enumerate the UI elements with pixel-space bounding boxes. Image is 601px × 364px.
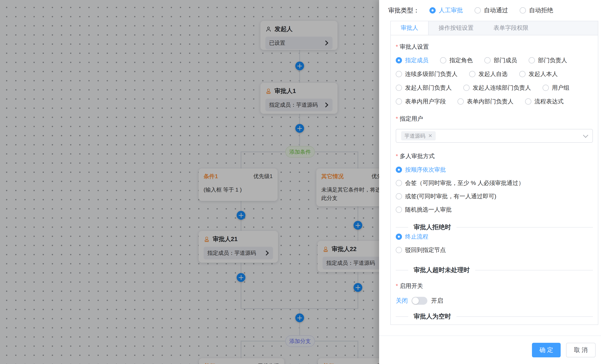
radio-random-one[interactable]: 随机挑选一人审批 <box>396 205 593 214</box>
enable-switch-label: *启用开关 <box>396 282 593 290</box>
approval-type-row: 审批类型： 人工审批 自动通过 自动拒绝 <box>379 0 601 15</box>
radio-dot-icon <box>519 71 526 77</box>
radio-initiator-dept-leader[interactable]: 发起人部门负责人 <box>396 84 452 92</box>
approval-type-label: 审批类型： <box>388 6 420 15</box>
timeout-toggle[interactable] <box>411 297 427 305</box>
radio-label: 指定成员 <box>405 56 428 64</box>
radio-user-group[interactable]: 用户组 <box>542 84 569 92</box>
flow-designer-screen: 发起人 已设置 审批人1 指定成员：芋道源码 添加条件 <box>0 0 601 364</box>
required-asterisk: * <box>396 115 398 122</box>
radio-multi-level-dept-leader[interactable]: 连续多级部门负责人 <box>396 70 458 78</box>
radio-label: 按顺序依次审批 <box>405 166 446 174</box>
radio-label: 表单内部门负责人 <box>467 98 513 105</box>
cancel-button[interactable]: 取 消 <box>566 343 596 357</box>
radio-label: 自动通过 <box>484 6 508 15</box>
radio-return-to-node[interactable]: 驳回到指定节点 <box>396 246 593 254</box>
radio-terminate-process[interactable]: 终止流程 <box>396 233 593 241</box>
radio-dot-icon <box>525 98 531 105</box>
radio-dot-icon <box>529 57 535 63</box>
radio-label: 或签(可同时审批，有一人通过即可) <box>405 192 496 200</box>
radio-orsign[interactable]: 或签(可同时审批，有一人通过即可) <box>396 192 593 201</box>
empty-section-title: 审批人为空时 <box>408 312 456 321</box>
radio-dot-icon <box>396 207 402 213</box>
radio-label: 会签（可同时审批，至少 % 人必须审批通过） <box>405 179 524 187</box>
assigned-user-label: *指定用户 <box>396 115 593 123</box>
assigned-user-select[interactable]: 芋道源码 ✕ <box>396 129 593 143</box>
radio-form-dept-leader[interactable]: 表单内部门负责人 <box>458 98 513 105</box>
radio-dot-icon <box>475 7 481 13</box>
approver-option-row: 连续多级部门负责人 发起人自选 发起人本人 <box>396 70 593 78</box>
tab-action-buttons[interactable]: 操作按钮设置 <box>429 21 483 35</box>
radio-auto-reject[interactable]: 自动拒绝 <box>520 6 553 15</box>
radio-label: 发起人连续部门负责人 <box>473 84 531 92</box>
radio-initiator-self[interactable]: 发起人本人 <box>519 70 558 78</box>
switch-on-label: 开启 <box>431 297 443 305</box>
radio-dot-icon <box>458 98 464 105</box>
radio-dot-icon <box>396 180 402 186</box>
radio-specified-role[interactable]: 指定角色 <box>440 56 473 64</box>
reject-options: 终止流程 驳回到指定节点 <box>396 233 593 254</box>
required-asterisk: * <box>396 153 398 159</box>
radio-initiator-multi-dept-leader[interactable]: 发起人连续部门负责人 <box>463 84 531 92</box>
radio-dot-icon <box>396 193 402 200</box>
radio-dot-icon <box>396 233 402 240</box>
radio-dot-icon <box>396 167 402 173</box>
radio-dot-icon <box>463 85 470 91</box>
radio-auto-approve[interactable]: 自动通过 <box>475 6 508 15</box>
tabs-header: 审批人 操作按钮设置 表单字段权限 <box>391 21 598 35</box>
user-tag-label: 芋道源码 <box>404 132 425 139</box>
radio-dot-icon <box>396 85 402 91</box>
radio-label: 流程表达式 <box>534 98 564 105</box>
switch-off-label: 关闭 <box>396 297 408 305</box>
empty-section-divider: 审批人为空时 <box>396 316 593 317</box>
timeout-switch-row: 关闭 开启 <box>396 296 593 305</box>
timeout-section-divider: 审批人超时未处理时 <box>396 270 593 270</box>
approver-setting-label: *审批人设置 <box>396 43 593 51</box>
radio-label: 指定角色 <box>449 56 473 64</box>
approver-option-row: 指定成员 指定角色 部门成员 部门负责人 <box>396 56 593 64</box>
radio-label: 发起人部门负责人 <box>405 84 452 92</box>
radio-dept-member[interactable]: 部门成员 <box>484 56 517 64</box>
radio-label: 发起人本人 <box>529 70 558 78</box>
radio-dot-icon <box>484 57 491 63</box>
radio-dot-icon <box>396 57 402 63</box>
chevron-down-icon <box>583 132 588 138</box>
multi-approve-options: 按顺序依次审批 会签（可同时审批，至少 % 人必须审批通过） 或签(可同时审批，… <box>396 166 593 214</box>
radio-label: 终止流程 <box>405 233 428 241</box>
radio-label: 用户组 <box>552 84 569 92</box>
radio-label: 人工审批 <box>439 6 463 15</box>
radio-countersign[interactable]: 会签（可同时审批，至少 % 人必须审批通过） <box>396 179 593 187</box>
tab-approver[interactable]: 审批人 <box>391 21 429 35</box>
reject-section-divider: 审批人拒绝时 <box>396 227 593 228</box>
radio-dot-icon <box>469 71 475 77</box>
radio-specified-member[interactable]: 指定成员 <box>396 56 428 64</box>
multi-approve-label: *多人审批方式 <box>396 152 593 160</box>
approver-option-row: 发起人部门负责人 发起人连续部门负责人 用户组 <box>396 84 593 92</box>
radio-initiator-choose[interactable]: 发起人自选 <box>469 70 508 78</box>
radio-dept-leader[interactable]: 部门负责人 <box>529 56 567 64</box>
radio-manual-approval[interactable]: 人工审批 <box>430 6 463 15</box>
radio-label: 部门成员 <box>494 56 517 64</box>
radio-dot-icon <box>520 7 526 13</box>
tag-remove-icon[interactable]: ✕ <box>428 133 432 139</box>
radio-dot-icon <box>440 57 446 63</box>
approver-option-row: 表单内用户字段 表单内部门负责人 流程表达式 <box>396 97 593 106</box>
radio-dot-icon <box>396 247 402 253</box>
drawer-footer: 确 定 取 消 <box>379 335 601 364</box>
user-tag: 芋道源码 ✕ <box>401 131 436 140</box>
radio-label: 发起人自选 <box>479 70 508 78</box>
timeout-section-title: 审批人超时未处理时 <box>408 266 475 274</box>
radio-label: 驳回到指定节点 <box>405 246 446 254</box>
radio-dot-icon <box>430 7 436 13</box>
radio-label: 自动拒绝 <box>529 6 553 15</box>
radio-label: 部门负责人 <box>538 56 567 64</box>
radio-sequential-approval[interactable]: 按顺序依次审批 <box>396 166 593 174</box>
radio-process-expression[interactable]: 流程表达式 <box>525 98 564 105</box>
radio-form-user-field[interactable]: 表单内用户字段 <box>396 98 446 105</box>
approver-settings-drawer: 审批类型： 人工审批 自动通过 自动拒绝 审批人 操作按钮设置 表单字段权限 <box>379 0 601 364</box>
confirm-button[interactable]: 确 定 <box>532 343 561 357</box>
required-asterisk: * <box>396 43 398 50</box>
tab-form-field-permissions[interactable]: 表单字段权限 <box>483 21 538 35</box>
reject-section-title: 审批人拒绝时 <box>408 223 456 231</box>
radio-dot-icon <box>396 98 402 105</box>
